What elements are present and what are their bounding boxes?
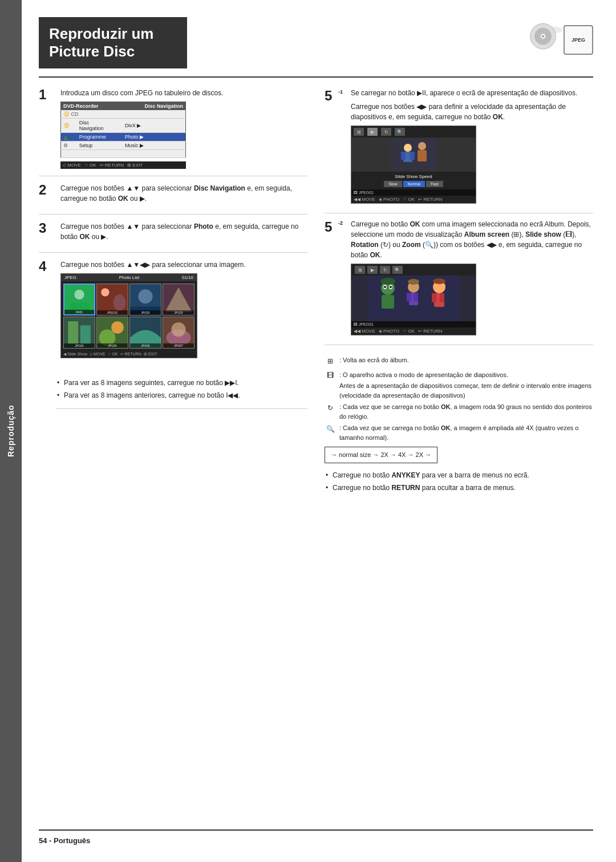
slideshow-icon-play: ▶ — [367, 128, 378, 136]
disc-svg — [518, 17, 564, 63]
svg-rect-39 — [382, 295, 394, 309]
svg-point-25 — [171, 322, 185, 337]
step-5-2: 5 -2 Carregue no botão OK com uma imagem… — [325, 219, 593, 345]
page-title: Reproduzir um Picture Disc — [49, 25, 175, 60]
svg-point-31 — [418, 142, 426, 150]
photo-list-page: 01/10 — [182, 275, 193, 280]
two-col: 1 Introduza um disco com JPEG no tabulei… — [39, 88, 593, 829]
legend-rotation-text: : Cada vez que se carrega no botão OK, a… — [339, 402, 593, 421]
speed-buttons: Slow Normal Fast — [355, 181, 472, 187]
photo-grid: R001 JPEG01 JPG02 — [61, 281, 197, 351]
photo-list-type: Photo List — [119, 275, 140, 280]
svg-point-20 — [111, 322, 124, 334]
album-icon-rotate: ↻ — [380, 266, 390, 274]
speed-normal-button[interactable]: Normal — [403, 181, 425, 187]
disc-decoration: JPEG — [518, 17, 593, 63]
slideshow-screen: ⊞ ▶ ↻ 🔍 — [351, 126, 476, 204]
album-image-svg — [368, 276, 459, 321]
album-screen: ⊞ ▶ ↻ 🔍 — [351, 264, 476, 335]
sidebar-label: Reprodução — [6, 405, 15, 458]
photo-thumb-8: JPG07 — [163, 317, 194, 349]
album-footer: ◀◀ MOVE ◈ PHOTO ☞ OK ↩ RETURN — [351, 327, 476, 335]
photo-thumb-6: JPG05 — [96, 317, 128, 349]
album-icon-play: ▶ — [367, 266, 378, 274]
svg-rect-46 — [432, 293, 436, 302]
jpeg-icon: JPEG — [564, 25, 593, 55]
menu-row-cd: 📀 CD — [61, 110, 186, 119]
photo-list-title: JPEG — [64, 275, 76, 280]
title-box: Reproduzir um Picture Disc — [39, 17, 187, 68]
legend-slideshow-extra: Antes de a apresentação de diapositivos … — [339, 381, 593, 400]
photo-thumb-3: JPG02 — [129, 284, 161, 315]
bottom-bullets: Carregue no botão ANYKEY para ver a barr… — [325, 470, 593, 493]
album-top-bar: ⊞ ▶ ↻ 🔍 — [351, 264, 476, 276]
legend-zoom-text: : Cada vez que se carrega no botão OK, a… — [339, 423, 593, 442]
menu-footer: ◇ MOVE ☞ OK ↩ RETURN ⊞ EXIT — [60, 161, 186, 169]
menu-row-setup: ⚙ Setup Music ▶ — [61, 141, 186, 150]
photo-list-screen: JPEG Photo List 01/10 R001 — [60, 273, 197, 358]
svg-point-6 — [74, 290, 84, 300]
svg-rect-17 — [68, 322, 78, 345]
main-content: Reproduzir um Picture Disc JPEG — [22, 0, 616, 862]
svg-rect-29 — [401, 152, 406, 160]
step-5-1-number: 5 — [325, 88, 337, 104]
legend-slideshow: 🎞 : O aparelho activa o modo de apresent… — [325, 370, 593, 400]
slideshow-file: 🖼 JPEG01 — [354, 191, 374, 195]
step-1: 1 Introduza um disco com JPEG no tabulei… — [39, 88, 307, 176]
menu-header-left: DVD-Recorder — [61, 102, 123, 111]
step-2-number: 2 — [39, 183, 56, 197]
step-4-number: 4 — [39, 260, 56, 273]
legend-rotation-symbol: ↻ — [325, 402, 336, 414]
legend-zoom-symbol: 🔍 — [325, 423, 336, 435]
step-1-content: Introduza um disco com JPEG no tabuleiro… — [60, 88, 307, 169]
step-3-number: 3 — [39, 221, 56, 235]
bullet-return: Carregue no botão RETURN para ocultar a … — [325, 483, 593, 493]
svg-rect-47 — [440, 293, 444, 302]
svg-point-9 — [101, 289, 109, 297]
svg-rect-18 — [80, 326, 91, 344]
zoom-path: → normal size → 2X → 4X → 2X → — [325, 447, 437, 463]
slideshow-speed-label: Slide Show Speed — [355, 174, 472, 179]
svg-point-38 — [390, 286, 392, 288]
bullet-anykey: Carregue no botão ANYKEY para ver a barr… — [325, 470, 593, 480]
menu-table: DVD-Recorder Disc Navigation 📀 CD — [60, 102, 186, 158]
svg-point-48 — [380, 278, 395, 285]
step-1-text: Introduza um disco com JPEG no tabuleiro… — [60, 88, 307, 98]
step-5-1-text2: Carregue nos botões ◀▶ para definir a ve… — [351, 102, 593, 122]
slideshow-icon-row: ⊞ ▶ ↻ 🔍 — [354, 128, 405, 136]
legend-section: ⊞ : Volta ao ecrã do álbum. 🎞 : O aparel… — [325, 355, 593, 495]
photo-thumb-7: JPG06 — [129, 317, 161, 349]
svg-point-49 — [408, 279, 419, 285]
step-4-text: Carregue nos botões ▲▼◀▶ para selecciona… — [60, 260, 307, 270]
step-5-2-text: Carregue no botão OK com uma imagem sele… — [351, 219, 593, 260]
svg-rect-43 — [414, 293, 418, 301]
speed-slow-button[interactable]: Slow — [384, 181, 402, 187]
svg-point-4 — [542, 35, 544, 37]
bullet-prev-images: Para ver as 8 imagens anteriores, carreg… — [56, 390, 307, 400]
legend-album: ⊞ : Volta ao ecrã do álbum. — [325, 355, 593, 367]
photo-thumb-5: JPG04 — [63, 317, 95, 349]
page-number: 54 - Português — [39, 836, 90, 845]
photo-thumb-2: JPEG01 — [96, 284, 128, 315]
svg-point-10 — [114, 294, 126, 311]
svg-rect-30 — [410, 152, 415, 160]
svg-rect-7 — [70, 303, 90, 311]
step-5-2-number: 5 — [325, 219, 337, 235]
legend-album-symbol: ⊞ — [325, 355, 336, 367]
page-footer: 54 - Português — [39, 829, 593, 845]
step-3-content: Carregue nos botões ▲▼ para seleccionar … — [60, 221, 307, 245]
photo-list-header: JPEG Photo List 01/10 — [61, 274, 197, 281]
bullet-next-images: Para ver as 8 imagens seguintes, carregu… — [56, 378, 307, 388]
step-2: 2 Carregue nos botões ▲▼ para selecciona… — [39, 183, 307, 215]
slideshow-icon-zoom: 🔍 — [395, 128, 405, 136]
sidebar: Reprodução — [0, 0, 22, 862]
album-icon-zoom: 🔍 — [392, 266, 403, 274]
slideshow-footer: ◀◀ MOVE ◈ PHOTO ☞ OK ↩ RETURN — [351, 196, 476, 203]
svg-point-50 — [433, 278, 445, 284]
slideshow-icon-rotate: ↻ — [381, 128, 391, 136]
speed-fast-button[interactable]: Fast — [426, 181, 443, 187]
step-3-text: Carregue nos botões ▲▼ para seleccionar … — [60, 221, 307, 242]
step-5-2-sub: -2 — [338, 220, 347, 229]
legend-zoom: 🔍 : Cada vez que se carrega no botão OK,… — [325, 423, 593, 442]
slideshow-header: ⊞ ▶ ↻ 🔍 — [351, 126, 476, 137]
